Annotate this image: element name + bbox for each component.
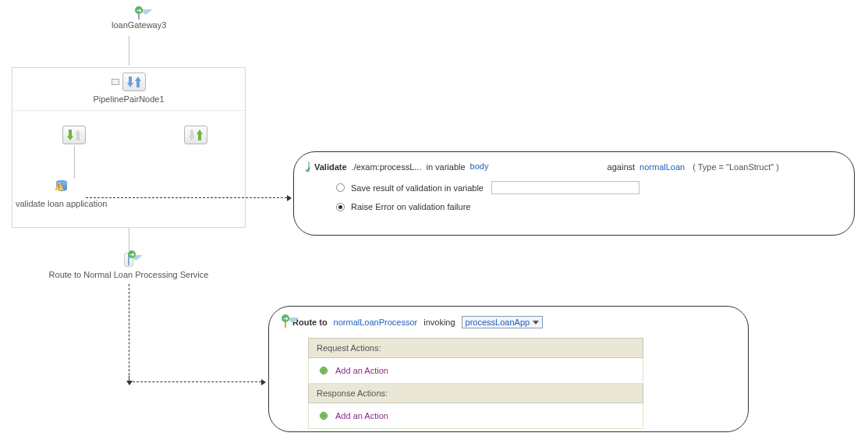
validate-panel: Validate ./exam:processL... in variable … — [293, 151, 855, 236]
validate-schema-link[interactable]: normalLoan — [639, 162, 685, 172]
route-operation-value: processLoanApp — [466, 318, 530, 327]
request-actions-header: Request Actions: — [308, 338, 643, 358]
gateway-label: loanGateway3 — [112, 20, 166, 30]
response-actions-row[interactable]: Add an Action — [308, 403, 643, 429]
gateway-icon: ➜ — [138, 9, 140, 19]
connector-line — [74, 146, 75, 179]
request-pipeline-icon[interactable] — [62, 126, 86, 144]
connector-dashed — [86, 197, 287, 198]
route-text-invoking: invoking — [423, 318, 455, 327]
doc-icon — [112, 79, 119, 85]
radio-save-result[interactable] — [336, 183, 345, 192]
arrow-overlay-icon: ➜ — [282, 314, 289, 322]
warning-icon — [55, 182, 64, 191]
add-icon — [320, 412, 328, 420]
gateway-node[interactable]: ➜ loanGateway3 — [112, 9, 166, 30]
validate-schema-type: ( Type = "LoanStruct" ) — [693, 162, 779, 172]
validate-xpath[interactable]: ./exam:processL... — [352, 162, 422, 172]
response-actions-header: Response Actions: — [308, 384, 643, 403]
validate-action-label: validate loan application — [16, 199, 140, 208]
route-node-label: Route to Normal Loan Processing Service — [49, 270, 209, 279]
validate-variable-link[interactable]: body — [470, 161, 603, 172]
request-actions-row[interactable]: Add an Action — [308, 358, 643, 384]
connector-dashed — [129, 381, 261, 382]
validate-title: Validate — [314, 162, 347, 172]
route-panel-icon: ➜ — [285, 318, 286, 327]
route-panel: ➜ Route to normalLoanProcessor invoking … — [268, 306, 749, 432]
pipeline-pair-icon — [122, 73, 146, 91]
validate-text-invar: in variable — [426, 162, 465, 172]
route-node[interactable]: ➜ Route to Normal Loan Processing Servic… — [45, 253, 212, 279]
validate-panel-icon — [308, 162, 310, 172]
validate-text-against: against — [608, 162, 635, 172]
radio-raise-error[interactable] — [336, 203, 345, 211]
chevron-down-icon — [533, 321, 539, 325]
radio-raise-label: Raise Error on validation failure — [351, 202, 470, 211]
pipeline-header: PipelinePairNode1 — [12, 68, 245, 111]
route-service-link[interactable]: normalLoanProcessor — [334, 318, 418, 327]
add-response-action-link[interactable]: Add an Action — [335, 411, 388, 420]
add-icon — [320, 367, 328, 374]
connector-line — [129, 228, 129, 251]
pipeline-title: PipelinePairNode1 — [93, 94, 164, 104]
arrow-overlay-icon: ➜ — [128, 250, 136, 258]
connector-dashed — [129, 373, 129, 381]
save-result-input[interactable] — [491, 181, 639, 194]
response-pipeline-icon[interactable] — [184, 126, 207, 144]
route-node-icon: ➜ — [124, 253, 133, 267]
connector-dashed — [129, 284, 129, 379]
add-request-action-link[interactable]: Add an Action — [335, 366, 388, 375]
connector-line — [129, 36, 129, 66]
radio-save-label: Save result of validation in variable — [351, 183, 484, 193]
route-operation-select[interactable]: processLoanApp — [462, 316, 544, 328]
pipeline-pair-box[interactable]: PipelinePairNode1 validate loan applicat… — [12, 67, 246, 228]
